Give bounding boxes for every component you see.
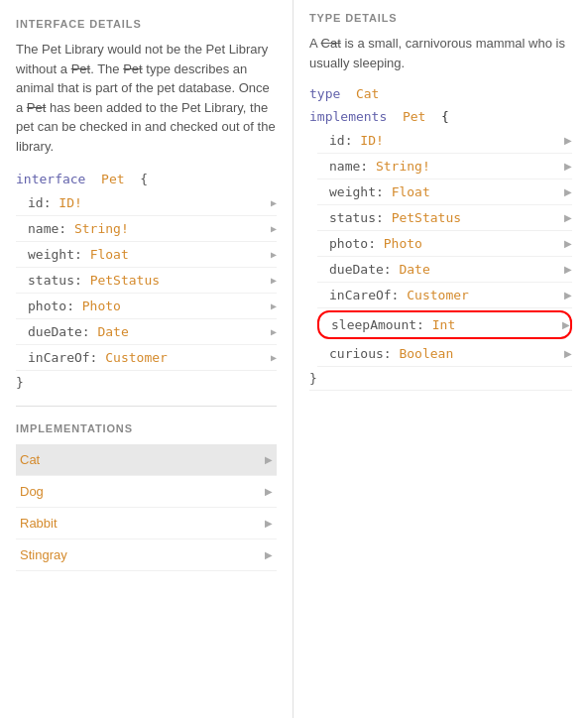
chevron-icon: ▶ bbox=[564, 186, 572, 197]
field-id[interactable]: id: ID! ▶ bbox=[16, 190, 277, 216]
chevron-icon: ▶ bbox=[271, 249, 277, 260]
chevron-icon: ▶ bbox=[564, 264, 572, 275]
field-name[interactable]: name: String! ▶ bbox=[16, 216, 277, 242]
chevron-icon: ▶ bbox=[564, 290, 572, 300]
right-field-status[interactable]: status: PetStatus ▶ bbox=[317, 205, 572, 231]
right-field-inCareOf[interactable]: inCareOf: Customer ▶ bbox=[317, 283, 572, 308]
impl-rabbit[interactable]: Rabbit ▶ bbox=[16, 508, 277, 539]
right-field-curious[interactable]: curious: Boolean ▶ bbox=[317, 341, 572, 367]
chevron-icon: ▶ bbox=[562, 319, 570, 330]
type-details-title: TYPE DETAILS bbox=[309, 12, 572, 24]
chevron-icon: ▶ bbox=[564, 238, 572, 249]
chevron-icon: ▶ bbox=[271, 197, 277, 208]
impl-stingray[interactable]: Stingray ▶ bbox=[16, 539, 277, 571]
highlight-pet-2: Pet bbox=[123, 61, 143, 76]
right-field-photo[interactable]: photo: Photo ▶ bbox=[317, 231, 572, 257]
field-inCareOf[interactable]: inCareOf: Customer ▶ bbox=[16, 345, 277, 371]
chevron-icon: ▶ bbox=[564, 348, 572, 359]
impl-dog[interactable]: Dog ▶ bbox=[16, 476, 277, 508]
interface-description: The Pet Library would not be the Pet Lib… bbox=[16, 40, 277, 156]
impl-cat[interactable]: Cat ▶ bbox=[16, 444, 277, 476]
description-cat-highlight: Cat bbox=[321, 36, 341, 51]
chevron-icon: ▶ bbox=[564, 161, 572, 172]
type-declaration-line: type Cat bbox=[309, 86, 572, 101]
highlight-pet-3: Pet bbox=[27, 100, 47, 115]
chevron-icon: ▶ bbox=[271, 223, 277, 234]
interface-code-block: interface Pet { id: ID! ▶ name: String! … bbox=[16, 172, 277, 390]
highlight-pet-1: Pet bbox=[71, 61, 91, 76]
chevron-icon: ▶ bbox=[271, 352, 277, 363]
divider bbox=[16, 406, 277, 407]
right-panel: TYPE DETAILS A Cat is a small, carnivoro… bbox=[294, 0, 588, 718]
interface-close-brace: } bbox=[16, 375, 277, 390]
right-field-sleepAmount-highlighted[interactable]: sleepAmount: Int ▶ bbox=[317, 310, 572, 339]
chevron-icon: ▶ bbox=[265, 486, 273, 497]
chevron-icon: ▶ bbox=[271, 326, 277, 337]
implementations-title: IMPLEMENTATIONS bbox=[16, 422, 277, 434]
chevron-icon: ▶ bbox=[564, 135, 572, 146]
right-field-name[interactable]: name: String! ▶ bbox=[317, 154, 572, 180]
type-fields: id: ID! ▶ name: String! ▶ weight: Float … bbox=[317, 128, 572, 367]
field-photo[interactable]: photo: Photo ▶ bbox=[16, 294, 277, 319]
chevron-icon: ▶ bbox=[564, 212, 572, 223]
interface-fields: id: ID! ▶ name: String! ▶ weight: Float … bbox=[16, 190, 277, 371]
implements-header: implements Pet { bbox=[309, 109, 572, 124]
chevron-icon: ▶ bbox=[265, 518, 273, 529]
interface-details-title: INTERFACE DETAILS bbox=[16, 18, 277, 30]
field-dueDate[interactable]: dueDate: Date ▶ bbox=[16, 319, 277, 345]
type-description: A Cat is a small, carnivorous mammal who… bbox=[309, 34, 572, 72]
field-status[interactable]: status: PetStatus ▶ bbox=[16, 268, 277, 294]
field-weight[interactable]: weight: Float ▶ bbox=[16, 242, 277, 268]
right-field-id[interactable]: id: ID! ▶ bbox=[317, 128, 572, 154]
chevron-icon: ▶ bbox=[271, 300, 277, 311]
interface-declaration: interface Pet { bbox=[16, 172, 277, 186]
interface-type-name: Pet bbox=[101, 172, 124, 186]
chevron-icon: ▶ bbox=[265, 549, 273, 560]
chevron-icon: ▶ bbox=[265, 454, 273, 465]
right-field-weight[interactable]: weight: Float ▶ bbox=[317, 180, 572, 205]
chevron-icon: ▶ bbox=[271, 275, 277, 286]
left-panel: INTERFACE DETAILS The Pet Library would … bbox=[0, 0, 294, 718]
implements-block: implements Pet { id: ID! ▶ name: String!… bbox=[309, 109, 572, 391]
type-close-brace: } bbox=[309, 371, 572, 386]
interface-keyword: interface bbox=[16, 172, 85, 186]
implementations-list: Cat ▶ Dog ▶ Rabbit ▶ Stingray ▶ bbox=[16, 444, 277, 571]
right-field-dueDate[interactable]: dueDate: Date ▶ bbox=[317, 257, 572, 283]
